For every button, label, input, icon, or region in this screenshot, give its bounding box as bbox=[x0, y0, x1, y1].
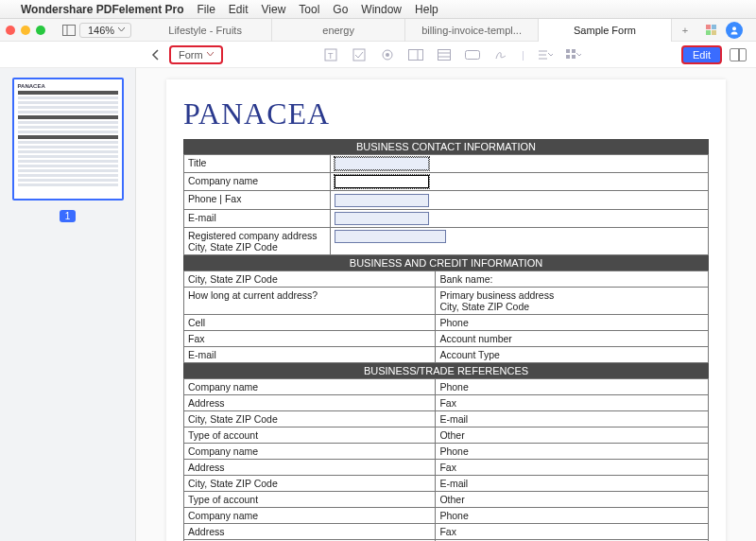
page-number-badge[interactable]: 1 bbox=[60, 210, 77, 222]
signature-tool-icon[interactable] bbox=[493, 47, 508, 62]
row-label: City, State ZIP Code bbox=[184, 410, 436, 427]
combobox-tool-icon[interactable] bbox=[408, 47, 423, 62]
svg-rect-19 bbox=[566, 55, 570, 59]
menu-help[interactable]: Help bbox=[415, 3, 438, 16]
svg-rect-5 bbox=[353, 49, 365, 61]
more-tools-icon[interactable] bbox=[566, 47, 581, 62]
row-label: Company name bbox=[184, 378, 436, 394]
sidebar-toggle-icon[interactable] bbox=[60, 22, 78, 39]
svg-text:T: T bbox=[328, 51, 334, 61]
tab-1[interactable]: energy bbox=[272, 19, 405, 42]
row-label: E-mail bbox=[184, 209, 331, 227]
user-avatar[interactable] bbox=[726, 22, 743, 39]
row-label: E-mail bbox=[184, 346, 436, 362]
zoom-dropdown[interactable]: 146% bbox=[79, 23, 131, 38]
row-label: Phone bbox=[436, 378, 709, 394]
minimize-window-icon[interactable] bbox=[21, 26, 30, 35]
back-button[interactable] bbox=[146, 46, 163, 63]
row-label: Account Type bbox=[436, 346, 709, 362]
window-toolbar: 146% Lifestyle - Fruits energy billing-i… bbox=[0, 19, 756, 42]
form-field-address[interactable] bbox=[335, 230, 446, 243]
edit-button[interactable]: Edit bbox=[681, 45, 722, 64]
section-3-table: Company namePhoneAddressFaxCity, State Z… bbox=[183, 378, 709, 541]
tab-0[interactable]: Lifestyle - Fruits bbox=[139, 19, 272, 42]
window-controls bbox=[6, 26, 45, 35]
row-label: Phone | Fax bbox=[184, 191, 331, 209]
page-thumbnail[interactable]: PANACEA bbox=[12, 78, 124, 201]
row-label: Fax bbox=[436, 459, 709, 475]
svg-rect-8 bbox=[408, 49, 422, 60]
row-label: Registered company address City, State Z… bbox=[184, 227, 331, 254]
row-label: Address bbox=[184, 523, 436, 539]
row-label: Type of account bbox=[184, 427, 436, 443]
svg-rect-20 bbox=[572, 55, 576, 59]
form-tools: T | bbox=[223, 47, 681, 62]
row-label: City, State ZIP Code bbox=[184, 270, 436, 287]
listbox-tool-icon[interactable] bbox=[437, 47, 452, 62]
tab-bar: Lifestyle - Fruits energy billing-invoic… bbox=[139, 19, 698, 42]
form-field-title[interactable] bbox=[335, 157, 429, 170]
section-header-2: BUSINESS AND CREDIT INFORMATION bbox=[183, 255, 709, 270]
thumbnails-sidebar: PANACEA 1 bbox=[0, 68, 136, 541]
section-2-table: City, State ZIP CodeBank name: How long … bbox=[183, 270, 709, 363]
svg-point-7 bbox=[386, 53, 389, 57]
form-field-company[interactable] bbox=[335, 175, 429, 188]
row-label: Fax bbox=[184, 330, 436, 346]
form-dropdown-label: Form bbox=[179, 49, 203, 61]
textfield-tool-icon[interactable]: T bbox=[323, 47, 338, 62]
row-label: Company name bbox=[184, 507, 436, 523]
doc-title: PANACEA bbox=[183, 96, 709, 131]
menu-tool[interactable]: Tool bbox=[299, 3, 319, 16]
row-label: Type of account bbox=[184, 491, 436, 507]
tab-2[interactable]: billing-invoice-templ... bbox=[405, 19, 539, 42]
tab-add-button[interactable]: + bbox=[672, 19, 698, 42]
row-label: Phone bbox=[436, 443, 709, 459]
mac-menubar: Wondershare PDFelement Pro File Edit Vie… bbox=[0, 0, 756, 19]
chevron-down-icon bbox=[207, 52, 214, 57]
menu-window[interactable]: Window bbox=[361, 3, 402, 16]
row-label: Primary business address City, State ZIP… bbox=[436, 287, 709, 314]
row-label: Company name bbox=[184, 173, 331, 191]
apps-icon[interactable] bbox=[706, 25, 716, 35]
row-label: Address bbox=[184, 459, 436, 475]
form-field-email[interactable] bbox=[335, 212, 429, 225]
close-window-icon[interactable] bbox=[6, 26, 15, 35]
row-label: Cell bbox=[184, 314, 436, 330]
row-label: How long at current address? bbox=[184, 287, 436, 314]
svg-point-2 bbox=[732, 26, 736, 30]
row-label: Account number bbox=[436, 330, 709, 346]
document-page: PANACEA BUSINESS CONTACT INFORMATION Tit… bbox=[166, 79, 726, 541]
section-1-table: Title Company name Phone | Fax E-mail Re… bbox=[183, 154, 709, 255]
zoom-window-icon[interactable] bbox=[36, 26, 45, 35]
radio-tool-icon[interactable] bbox=[380, 47, 395, 62]
row-label: Fax bbox=[436, 523, 709, 539]
tab-3[interactable]: Sample Form bbox=[539, 19, 672, 42]
panel-toggle-icon[interactable] bbox=[730, 48, 747, 61]
row-label: Fax bbox=[436, 394, 709, 410]
document-canvas[interactable]: PANACEA BUSINESS CONTACT INFORMATION Tit… bbox=[136, 68, 756, 541]
svg-rect-13 bbox=[465, 50, 479, 59]
row-label: Other bbox=[436, 427, 709, 443]
row-label: Company name bbox=[184, 443, 436, 459]
row-label: E-mail bbox=[436, 475, 709, 491]
menu-view[interactable]: View bbox=[262, 3, 286, 16]
button-tool-icon[interactable] bbox=[465, 47, 480, 62]
menu-edit[interactable]: Edit bbox=[229, 3, 249, 16]
svg-rect-0 bbox=[63, 25, 76, 35]
chevron-down-icon bbox=[118, 27, 125, 32]
section-header-3: BUSINESS/TRADE REFERENCES bbox=[183, 363, 709, 378]
app-name[interactable]: Wondershare PDFelement Pro bbox=[21, 3, 184, 16]
row-label: Title bbox=[184, 155, 331, 173]
form-dropdown[interactable]: Form bbox=[169, 45, 223, 64]
secondary-toolbar: Form T | Edit bbox=[0, 42, 756, 68]
section-header-1: BUSINESS CONTACT INFORMATION bbox=[183, 139, 709, 154]
row-label: City, State ZIP Code bbox=[184, 475, 436, 491]
form-field-phone[interactable] bbox=[335, 194, 429, 207]
zoom-value: 146% bbox=[88, 25, 114, 36]
align-tool-icon[interactable] bbox=[538, 47, 553, 62]
menu-file[interactable]: File bbox=[198, 3, 215, 16]
svg-rect-17 bbox=[566, 49, 570, 53]
menu-go[interactable]: Go bbox=[333, 3, 348, 16]
row-label: Other bbox=[436, 491, 709, 507]
checkbox-tool-icon[interactable] bbox=[352, 47, 367, 62]
